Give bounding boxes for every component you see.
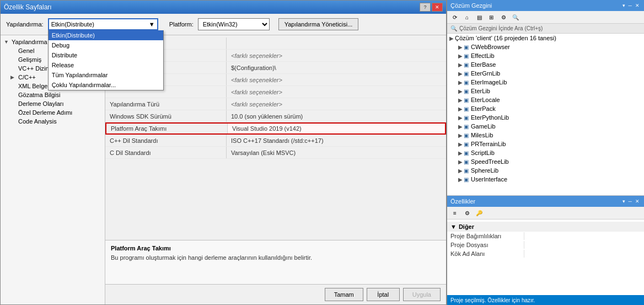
- props-collapse-icon: ▼: [450, 223, 457, 230]
- tree-label-gelismis: Gelişmiş: [18, 56, 41, 63]
- se-item-eterimagelib[interactable]: ▶ ▣ EterImageLib: [447, 78, 644, 87]
- tree-arrow-cpp: ▶: [10, 74, 16, 80]
- dropdown-item-1[interactable]: Debug: [49, 40, 163, 50]
- se-item-eterpythonlib[interactable]: ▶ ▣ EterPythonLib: [447, 113, 644, 122]
- se-project-icon-5: ▣: [464, 88, 469, 94]
- se-item-etergrnlib[interactable]: ▶ ▣ EterGrnLib: [447, 69, 644, 78]
- dropdown-item-3[interactable]: Release: [49, 60, 163, 70]
- close-button[interactable]: ✕: [432, 3, 443, 12]
- se-item-label-4: EterImageLib: [471, 79, 507, 85]
- props-row-8: C++ Dil Standardı ISO C++17 Standardı (/…: [105, 135, 446, 147]
- se-item-arrow-7: ▶: [458, 106, 463, 112]
- se-item-eterbase[interactable]: ▶ ▣ EterBase: [447, 60, 644, 69]
- se-item-label-2: EterBase: [471, 61, 496, 68]
- se-tree: ▶ Çözüm 'client' (16 projeden 16 tanesi)…: [447, 34, 644, 195]
- props-val-9: Varsayılan (Eski MSVC): [227, 148, 446, 157]
- search-btn[interactable]: 🔍: [510, 12, 521, 22]
- dialog-toolbar: Yapılandırma: Etkin(Distribute) ▼ Etkin(…: [1, 14, 446, 35]
- props-prop-row-1: Proje Dosyası: [447, 240, 644, 249]
- dropdown-item-4[interactable]: Tüm Yapılandırmalar: [49, 70, 163, 80]
- se-project-icon-13: ▣: [464, 159, 469, 165]
- tree-label-gozatma: Gözatma Bilgisi: [18, 92, 60, 98]
- se-item-spherelib[interactable]: ▶ ▣ SphereLib: [447, 166, 644, 175]
- se-root-label: Çözüm 'client' (16 projeden 16 tanesi): [455, 35, 556, 41]
- se-item-effectlib[interactable]: ▶ ▣ EffectLib: [447, 51, 644, 60]
- props-tb-btn-3[interactable]: 🔑: [474, 208, 485, 218]
- props-prop-key-0: Proje Bağımlılıkları: [447, 232, 524, 240]
- se-project-icon-1: ▣: [464, 53, 469, 59]
- se-project-icon-3: ▣: [464, 71, 469, 77]
- platform-label: Platform:: [169, 21, 194, 28]
- help-button[interactable]: ?: [420, 3, 431, 12]
- se-item-arrow-12: ▶: [458, 150, 463, 156]
- props-key-9: C Dil Standardı: [105, 147, 227, 158]
- se-tb-btn-2[interactable]: ⌂: [461, 12, 473, 22]
- se-project-icon-10: ▣: [464, 132, 469, 138]
- se-project-icon-8: ▣: [464, 115, 469, 121]
- platform-dropdown[interactable]: Etkin(Win32): [198, 18, 270, 30]
- props-tb-btn-2[interactable]: ⚙: [461, 208, 473, 218]
- se-item-eterlocale[interactable]: ▶ ▣ EterLocale: [447, 95, 644, 104]
- se-pin-btn[interactable]: ▾: [621, 3, 626, 8]
- se-item-label-15: UserInterface: [471, 176, 507, 183]
- se-item-userinterface[interactable]: ▶ ▣ UserInterface: [447, 175, 644, 184]
- se-item-eterlib[interactable]: ▶ ▣ EterLib: [447, 87, 644, 95]
- properties-dialog: Özellik Sayfaları ? ✕ Yapılandırma: Etki…: [0, 0, 447, 305]
- se-item-arrow-9: ▶: [458, 124, 463, 130]
- se-project-icon-12: ▣: [464, 150, 469, 156]
- props-tb-btn-1[interactable]: ≡: [449, 208, 460, 218]
- se-root-item[interactable]: ▶ Çözüm 'client' (16 projeden 16 tanesi): [447, 34, 644, 42]
- props-close-btn[interactable]: ✕: [634, 199, 641, 204]
- ok-button[interactable]: Tamam: [325, 288, 363, 301]
- props-prop-row-0: Proje Bağımlılıkları: [447, 232, 644, 240]
- props-prop-val-2: [524, 250, 644, 258]
- description-text: Bu programı oluşturmak için hangi derlem…: [111, 254, 441, 262]
- props-section-label: Diğer: [459, 223, 474, 230]
- props-val-1: <farklı seçenekler>: [227, 51, 446, 60]
- se-item-arrow-3: ▶: [458, 71, 463, 77]
- se-item-scriptlib[interactable]: ▶ ▣ ScriptLib: [447, 148, 644, 157]
- statusbar-text: Proje seçilmiş. Özellikler için hazır.: [450, 297, 535, 303]
- props-key-6: Windows SDK Sürümü: [105, 110, 227, 122]
- se-item-speedtreelib[interactable]: ▶ ▣ SpeedTreeLib: [447, 157, 644, 166]
- config-dropdown-list[interactable]: Etkin(Distribute) Debug Distribute Relea…: [48, 30, 164, 90]
- se-item-label-13: SpeedTreeLib: [471, 158, 509, 165]
- tree-item-gozatma[interactable]: Gözatma Bilgisi: [1, 90, 105, 99]
- dropdown-item-2[interactable]: Distribute: [49, 50, 163, 60]
- config-manager-button[interactable]: Yapılandırma Yöneticisi...: [278, 18, 359, 30]
- cancel-button[interactable]: İptal: [367, 288, 400, 301]
- se-project-icon-9: ▣: [464, 124, 469, 130]
- description-area: Platform Araç Takımı Bu programı oluştur…: [105, 240, 446, 284]
- se-tb-btn-5[interactable]: ⚙: [498, 12, 509, 22]
- se-search-bar: 🔍 Çözüm Gezgini İçinde Ara (Ctrl+ş): [447, 24, 644, 34]
- se-minimize-btn[interactable]: ─: [627, 3, 633, 8]
- props-minimize-btn[interactable]: ─: [627, 199, 633, 204]
- apply-button[interactable]: Uygula: [403, 288, 441, 301]
- config-label: Yapılandırma:: [6, 21, 44, 28]
- se-tb-btn-3[interactable]: ▤: [474, 12, 485, 22]
- se-close-btn[interactable]: ✕: [634, 3, 641, 8]
- tree-item-code-analysis[interactable]: Code Analysis: [1, 117, 105, 126]
- tree-item-ozel[interactable]: Özel Derleme Adımı: [1, 108, 105, 117]
- se-item-prterrainlib[interactable]: ▶ ▣ PRTerrainLib: [447, 140, 644, 148]
- se-item-mileslib[interactable]: ▶ ▣ MilesLib: [447, 131, 644, 140]
- se-item-arrow-10: ▶: [458, 132, 463, 138]
- dropdown-item-0[interactable]: Etkin(Distribute): [49, 30, 163, 40]
- props-pin-btn[interactable]: ▾: [621, 199, 626, 204]
- dialog-title: Özellik Sayfaları: [4, 3, 52, 11]
- config-selected-value: Etkin(Distribute): [51, 21, 94, 28]
- tree-item-derleme[interactable]: Derleme Olayları: [1, 99, 105, 108]
- se-tb-btn-1[interactable]: ⟳: [449, 12, 460, 22]
- se-item-gamelib[interactable]: ▶ ▣ GameLib: [447, 122, 644, 131]
- props-row-highlighted[interactable]: Platform Araç Takımı Visual Studio 2019 …: [105, 122, 446, 135]
- se-tb-btn-4[interactable]: ⊞: [486, 12, 497, 22]
- props-prop-row-2: Kök Ad Alanı: [447, 249, 644, 258]
- se-project-icon-0: ▣: [464, 44, 469, 50]
- config-dropdown-container: Etkin(Distribute) ▼ Etkin(Distribute) De…: [48, 18, 158, 30]
- config-dropdown[interactable]: Etkin(Distribute) ▼: [48, 18, 158, 30]
- se-item-cwebbrowser[interactable]: ▶ ▣ CWebBrowser: [447, 42, 644, 51]
- props-key-highlighted: Platform Araç Takımı: [106, 124, 228, 133]
- se-item-eterpack[interactable]: ▶ ▣ EterPack: [447, 104, 644, 113]
- se-item-arrow-5: ▶: [458, 88, 463, 94]
- dropdown-item-5[interactable]: Çoklu Yapılandırmalar...: [49, 80, 163, 90]
